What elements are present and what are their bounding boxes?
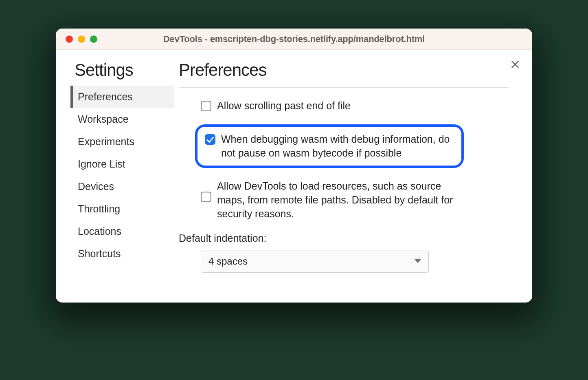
sidebar-item-devices[interactable]: Devices bbox=[70, 175, 174, 198]
sidebar-item-label: Workspace bbox=[78, 113, 129, 125]
settings-sidebar: Settings Preferences Workspace Experimen… bbox=[56, 50, 174, 303]
sidebar-item-label: Preferences bbox=[78, 91, 133, 102]
divider bbox=[179, 87, 509, 88]
sidebar-item-preferences[interactable]: Preferences bbox=[70, 86, 174, 108]
option-wasm-no-pause: When debugging wasm with debug informati… bbox=[195, 124, 464, 168]
preferences-panel: Preferences Allow scrolling past end of … bbox=[174, 50, 532, 303]
window-zoom-button[interactable] bbox=[90, 35, 97, 43]
chevron-down-icon bbox=[415, 259, 421, 263]
sidebar-item-label: Shortcuts bbox=[78, 248, 121, 259]
sidebar-item-label: Locations bbox=[78, 225, 121, 237]
devtools-window: DevTools - emscripten-dbg-stories.netlif… bbox=[56, 29, 532, 303]
sidebar-item-throttling[interactable]: Throttling bbox=[70, 198, 174, 220]
sidebar-item-shortcuts[interactable]: Shortcuts bbox=[70, 243, 174, 265]
traffic-lights bbox=[66, 35, 97, 43]
settings-heading: Settings bbox=[70, 60, 174, 80]
option-label: Allow DevTools to load resources, such a… bbox=[217, 179, 470, 221]
preferences-heading: Preferences bbox=[179, 60, 509, 80]
sidebar-item-experiments[interactable]: Experiments bbox=[70, 130, 174, 153]
window-minimize-button[interactable] bbox=[78, 35, 85, 43]
checkbox-allow-remote-file-paths[interactable] bbox=[201, 192, 211, 202]
sidebar-item-label: Throttling bbox=[78, 203, 120, 214]
sidebar-item-label: Ignore List bbox=[78, 158, 125, 170]
close-icon[interactable] bbox=[509, 59, 521, 70]
option-label: When debugging wasm with debug informati… bbox=[221, 133, 454, 160]
sidebar-item-workspace[interactable]: Workspace bbox=[70, 108, 174, 130]
window-close-button[interactable] bbox=[66, 35, 73, 43]
select-value: 4 spaces bbox=[208, 256, 248, 267]
option-allow-remote-file-paths: Allow DevTools to load resources, such a… bbox=[201, 179, 470, 221]
default-indentation-label: Default indentation: bbox=[179, 232, 509, 244]
titlebar: DevTools - emscripten-dbg-stories.netlif… bbox=[56, 29, 532, 50]
window-title: DevTools - emscripten-dbg-stories.netlif… bbox=[56, 34, 532, 44]
checkbox-allow-scroll-past-eof[interactable] bbox=[201, 101, 211, 111]
sidebar-item-ignore-list[interactable]: Ignore List bbox=[70, 153, 174, 175]
window-body: Settings Preferences Workspace Experimen… bbox=[56, 50, 532, 303]
sidebar-item-label: Experiments bbox=[78, 136, 134, 147]
default-indentation-select[interactable]: 4 spaces bbox=[201, 250, 429, 273]
sidebar-item-label: Devices bbox=[78, 181, 114, 192]
option-allow-scroll-past-eof: Allow scrolling past end of file bbox=[201, 99, 470, 113]
sidebar-item-locations[interactable]: Locations bbox=[70, 220, 174, 243]
checkbox-wasm-no-pause[interactable] bbox=[205, 134, 215, 145]
option-label: Allow scrolling past end of file bbox=[217, 99, 351, 113]
